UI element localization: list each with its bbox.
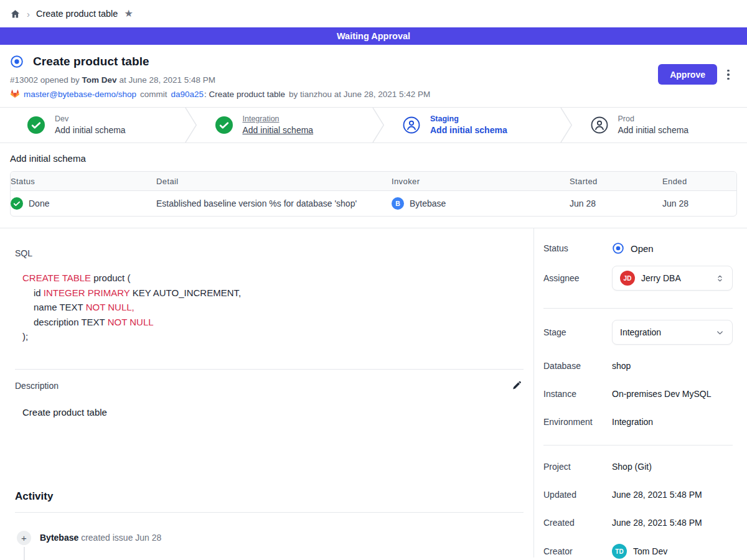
up-down-chevron-icon: [715, 274, 725, 283]
assignee-value: Jerry DBA: [641, 273, 709, 283]
assignee-select[interactable]: JD Jerry DBA: [612, 266, 733, 291]
divider: [15, 512, 524, 513]
task-section: Add initial schema Status Detail Invoker…: [0, 143, 747, 228]
stage-select[interactable]: Integration: [612, 320, 733, 345]
issue-sidebar: Status Open Assignee JD Jerry DBA: [533, 228, 747, 558]
stage-task-label: Add initial schema: [430, 124, 507, 136]
stage-task-label: Add initial schema: [55, 124, 126, 136]
stage-env-label: Dev: [55, 114, 126, 124]
task-invoker: Bytebase: [410, 198, 446, 208]
issue-meta: #13002 opened by Tom Dev at June 28, 202…: [10, 75, 737, 85]
created-label: Created: [543, 518, 612, 528]
avatar: TD: [612, 544, 627, 559]
database-row: Database shop: [543, 359, 733, 373]
stage-env-label: Staging: [430, 114, 507, 124]
updated-label: Updated: [543, 490, 612, 500]
environment-row: Environment Integration: [543, 415, 733, 429]
instance-label: Instance: [543, 389, 612, 399]
stage-staging[interactable]: Staging Add initial schema: [385, 108, 560, 142]
environment-value: Integration: [612, 417, 653, 427]
issue-meta-suffix: at June 28, 2021 5:48 PM: [117, 75, 215, 85]
edit-description-icon[interactable]: [510, 379, 524, 393]
stage-value: Integration: [620, 327, 709, 337]
breadcrumb: › Create product table ★: [0, 0, 747, 27]
divider: [543, 308, 733, 309]
task-table: Status Detail Invoker Started Ended Done…: [10, 171, 737, 217]
stage-separator: [372, 108, 385, 142]
created-value: June 28, 2021 5:48 PM: [612, 518, 702, 528]
commit-repo-link[interactable]: master@bytebase-demo/shop: [24, 90, 136, 99]
created-row: Created June 28, 2021 5:48 PM: [543, 516, 733, 530]
status-banner-label: Waiting Approval: [337, 31, 410, 41]
activity-item: + Bytebase created issue Jun 28: [17, 531, 524, 545]
project-value[interactable]: Shop (Git): [612, 462, 652, 472]
column-detail: Detail: [156, 172, 392, 190]
creator-row: Creator TD Tom Dev: [543, 544, 733, 559]
assignee-pending-icon: [591, 116, 608, 134]
creator-label: Creator: [543, 546, 612, 556]
status-banner: Waiting Approval: [0, 27, 747, 45]
stage-task-label: Add initial schema: [618, 124, 689, 136]
commit-line: master@bytebase-demo/shop commit da90a25…: [10, 89, 737, 99]
page-title: Create product table: [33, 55, 149, 68]
issue-meta-prefix: #13002 opened by: [10, 75, 82, 85]
breadcrumb-current[interactable]: Create product table: [36, 9, 118, 19]
stage-env-label[interactable]: Integration: [243, 114, 314, 124]
database-value[interactable]: shop: [612, 361, 631, 371]
gitlab-icon: [10, 89, 20, 99]
assignee-label: Assignee: [543, 273, 612, 283]
check-circle-icon: [27, 116, 45, 134]
assignee-row: Assignee JD Jerry DBA: [543, 266, 733, 291]
issue-header: Create product table #13002 opened by To…: [0, 45, 747, 107]
commit-hash-link[interactable]: da90a25: [171, 90, 204, 99]
column-ended: Ended: [662, 172, 736, 190]
open-status-icon: [612, 242, 624, 254]
task-started: Jun 28: [570, 190, 662, 216]
stage-separator: [560, 108, 573, 142]
table-row[interactable]: Done Established baseline version %s for…: [11, 190, 736, 216]
description-text: Create product table: [22, 407, 524, 418]
task-status: Done: [29, 198, 49, 208]
stage-integration[interactable]: Integration Add initial schema: [198, 108, 372, 142]
activity-actor: Bytebase: [40, 533, 78, 543]
check-circle-icon: [215, 116, 233, 134]
instance-value[interactable]: On-premises Dev MySQL: [612, 389, 711, 399]
task-ended: Jun 28: [662, 190, 736, 216]
avatar: JD: [620, 271, 635, 286]
activity-action: created issue Jun 28: [78, 533, 161, 543]
stage-task-label[interactable]: Add initial schema: [243, 124, 314, 136]
updated-value: June 28, 2021 5:48 PM: [612, 490, 702, 500]
more-options-icon[interactable]: [722, 67, 735, 82]
table-header-row: Status Detail Invoker Started Ended: [11, 172, 736, 190]
star-icon[interactable]: ★: [124, 9, 133, 19]
stage-label: Stage: [543, 327, 612, 337]
divider: [543, 445, 733, 446]
commit-byline: by tianzhou at June 28, 2021 5:42 PM: [289, 90, 430, 99]
sql-label: SQL: [15, 248, 524, 258]
status-value: Open: [631, 243, 654, 254]
commit-word: commit: [140, 90, 167, 99]
avatar: B: [392, 197, 404, 210]
project-row: Project Shop (Git): [543, 460, 733, 474]
home-icon[interactable]: [10, 9, 21, 19]
issue-author: Tom Dev: [82, 75, 117, 85]
task-section-heading: Add initial schema: [10, 153, 737, 164]
stage-dev[interactable]: Dev Add initial schema: [0, 108, 184, 142]
updated-row: Updated June 28, 2021 5:48 PM: [543, 488, 733, 502]
status-row: Status Open: [543, 241, 733, 255]
issue-open-icon: [10, 55, 24, 68]
sql-code-block: CREATE TABLE product ( id INTEGER PRIMAR…: [22, 271, 524, 344]
description-label: Description: [15, 381, 59, 391]
column-started: Started: [570, 172, 662, 190]
content-area: SQL CREATE TABLE product ( id INTEGER PR…: [0, 228, 747, 558]
divider: [15, 369, 524, 370]
column-status: Status: [11, 172, 156, 190]
database-label: Database: [543, 361, 612, 371]
plus-icon: +: [17, 531, 31, 545]
stage-prod[interactable]: Prod Add initial schema: [573, 108, 747, 142]
approve-button[interactable]: Approve: [658, 64, 717, 85]
creator-value: Tom Dev: [633, 546, 667, 556]
main-column: SQL CREATE TABLE product ( id INTEGER PR…: [0, 228, 533, 558]
activity-timeline-line: [24, 547, 25, 560]
task-detail: Established baseline version %s for data…: [156, 190, 392, 216]
